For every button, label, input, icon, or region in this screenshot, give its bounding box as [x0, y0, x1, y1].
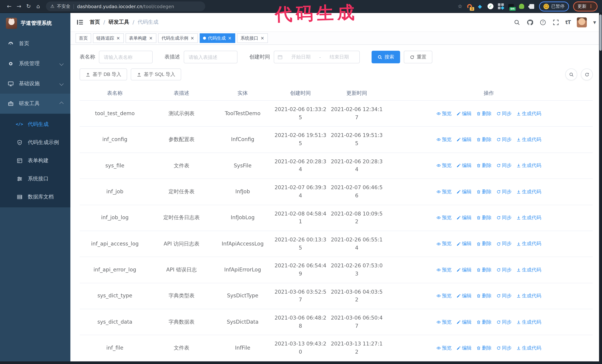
close-tab-icon[interactable]: × — [149, 36, 153, 40]
action-edit[interactable]: 编辑 — [456, 240, 472, 248]
breadcrumb-item[interactable]: 研发工具 — [108, 19, 129, 26]
action-preview[interactable]: 预览 — [436, 344, 452, 352]
action-edit[interactable]: 编辑 — [456, 136, 472, 143]
sidebar-item-infrastructure[interactable]: 基础设施 — [0, 74, 70, 94]
action-preview[interactable]: 预览 — [436, 266, 452, 274]
action-generate-code[interactable]: 生成代码 — [516, 188, 541, 195]
action-edit[interactable]: 编辑 — [456, 214, 472, 221]
action-delete[interactable]: 删除 — [476, 136, 492, 143]
action-delete[interactable]: 删除 — [476, 162, 492, 169]
action-delete[interactable]: 删除 — [476, 266, 492, 274]
tags-view-tab[interactable]: 代码生成示例× — [158, 33, 198, 43]
browser-update-button[interactable]: 更新⋮ — [573, 1, 598, 11]
app-logo[interactable]: 芋道管理系统 — [0, 13, 70, 34]
page-scrollbar[interactable] — [599, 13, 602, 361]
user-menu-caret-icon[interactable]: ▼ — [593, 20, 596, 24]
action-preview[interactable]: 预览 — [436, 214, 452, 221]
search-icon[interactable] — [514, 19, 520, 26]
fullscreen-icon[interactable] — [552, 19, 559, 26]
github-icon[interactable] — [527, 19, 533, 26]
action-sync[interactable]: 同步 — [496, 240, 512, 248]
reset-button[interactable]: 重置 — [404, 51, 432, 63]
action-sync[interactable]: 同步 — [496, 214, 512, 221]
browser-home-icon[interactable]: ⌂ — [33, 3, 43, 10]
sidebar-item-system-mgmt[interactable]: 系统管理 — [0, 54, 70, 74]
close-tab-icon[interactable]: × — [260, 36, 265, 40]
search-button[interactable]: 搜索 — [372, 51, 400, 63]
help-icon[interactable]: ? — [539, 19, 546, 26]
action-generate-code[interactable]: 生成代码 — [516, 214, 541, 221]
action-generate-code[interactable]: 生成代码 — [516, 162, 541, 169]
action-preview[interactable]: 预览 — [436, 292, 452, 300]
end-date-placeholder[interactable]: 结束日期 — [322, 54, 356, 60]
close-tab-icon[interactable]: × — [116, 36, 120, 40]
table-desc-input[interactable] — [184, 51, 237, 63]
browser-reload-icon[interactable]: ↻ — [24, 3, 33, 10]
action-sync[interactable]: 同步 — [496, 110, 512, 117]
action-edit[interactable]: 编辑 — [456, 110, 472, 117]
action-delete[interactable]: 删除 — [476, 214, 492, 221]
action-edit[interactable]: 编辑 — [456, 266, 472, 274]
green-figure-extension-icon[interactable] — [518, 3, 525, 10]
on-switch-extension-icon[interactable]: on — [508, 3, 514, 10]
bookmark-star-icon[interactable]: ☆ — [458, 3, 462, 9]
action-delete[interactable]: 删除 — [476, 188, 492, 195]
action-generate-code[interactable]: 生成代码 — [516, 110, 541, 117]
action-sync[interactable]: 同步 — [496, 292, 512, 300]
sidebar-item-home[interactable]: 首页 — [0, 34, 70, 54]
action-edit[interactable]: 编辑 — [456, 188, 472, 195]
action-preview[interactable]: 预览 — [436, 162, 452, 169]
hamburger-icon[interactable] — [76, 19, 84, 26]
sidebar-subitem-form-builder[interactable]: 表单构建 — [0, 151, 70, 170]
action-edit[interactable]: 编辑 — [456, 318, 472, 326]
action-sync[interactable]: 同步 — [496, 188, 512, 195]
paused-extension-badge[interactable]: ☺已暂停 — [539, 1, 569, 11]
import-sql-button[interactable]: 基于 SQL 导入 — [131, 69, 181, 80]
action-edit[interactable]: 编辑 — [456, 162, 472, 169]
action-delete[interactable]: 删除 — [476, 110, 492, 117]
overflow-menu-icon[interactable]: ⋮ — [589, 4, 593, 9]
address-bar[interactable]: ⚠ 不安全 | dashboard.yudao.iocoder.cn/tool/… — [46, 1, 205, 11]
sidebar-subitem-system-api[interactable]: 系统接口 — [0, 170, 70, 188]
create-time-range-picker[interactable]: 开始日期 - 结束日期 — [274, 51, 360, 63]
sidebar-subitem-db-docs[interactable]: 数据库文档 — [0, 188, 70, 206]
action-edit[interactable]: 编辑 — [456, 344, 472, 352]
start-date-placeholder[interactable]: 开始日期 — [284, 54, 318, 60]
action-generate-code[interactable]: 生成代码 — [516, 344, 541, 352]
action-generate-code[interactable]: 生成代码 — [516, 318, 541, 326]
action-sync[interactable]: 同步 — [496, 162, 512, 169]
grid-extension-icon[interactable] — [497, 3, 504, 10]
import-db-button[interactable]: 基于 DB 导入 — [80, 69, 127, 80]
action-sync[interactable]: 同步 — [496, 136, 512, 143]
close-tab-icon[interactable]: × — [227, 36, 232, 40]
action-generate-code[interactable]: 生成代码 — [516, 266, 541, 274]
table-name-input[interactable] — [99, 51, 153, 63]
scrollbar-thumb[interactable] — [599, 14, 602, 51]
action-sync[interactable]: 同步 — [496, 344, 512, 352]
action-delete[interactable]: 删除 — [476, 344, 492, 352]
user-avatar[interactable] — [577, 17, 587, 27]
action-sync[interactable]: 同步 — [496, 266, 512, 274]
toggle-search-button[interactable] — [565, 69, 577, 80]
action-delete[interactable]: 删除 — [476, 318, 492, 326]
green-check-extension-icon[interactable]: ✓ — [487, 3, 494, 10]
tags-view-tab[interactable]: 代码生成× — [200, 33, 235, 43]
font-size-icon[interactable]: tT — [565, 19, 571, 25]
tags-view-tab[interactable]: 链路追踪× — [93, 33, 124, 43]
tags-view-tab[interactable]: 首页 — [75, 33, 91, 43]
tags-view-tab[interactable]: 系统接口× — [237, 33, 268, 43]
action-edit[interactable]: 编辑 — [456, 292, 472, 300]
puzzle-extensions-icon[interactable] — [529, 3, 535, 10]
breadcrumb-item[interactable]: 首页 — [90, 19, 100, 26]
orange-refresh-extension-icon[interactable]: 1 — [466, 3, 473, 10]
action-delete[interactable]: 删除 — [476, 292, 492, 300]
browser-back-icon[interactable]: ← — [4, 3, 14, 10]
browser-forward-icon[interactable]: → — [14, 3, 24, 10]
gem-extension-icon[interactable]: ◆ — [477, 3, 483, 10]
action-delete[interactable]: 删除 — [476, 240, 492, 248]
sidebar-item-dev-tools[interactable]: 研发工具 — [0, 94, 70, 114]
action-generate-code[interactable]: 生成代码 — [516, 240, 541, 248]
action-sync[interactable]: 同步 — [496, 318, 512, 326]
action-preview[interactable]: 预览 — [436, 188, 452, 195]
action-generate-code[interactable]: 生成代码 — [516, 292, 541, 300]
